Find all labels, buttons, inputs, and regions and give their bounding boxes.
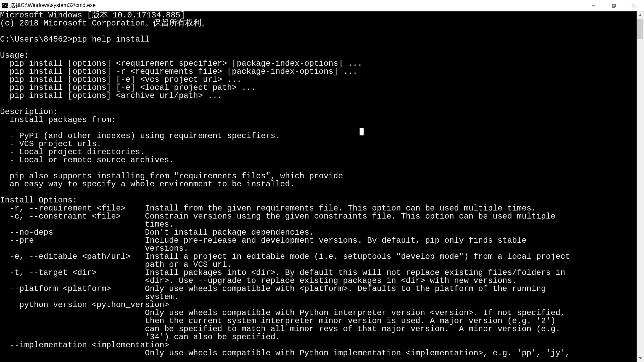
scroll-down-button[interactable] [637,355,644,362]
svg-text:C:\: C:\ [2,4,8,8]
terminal-line: pip install [options] -r <requirements f… [0,68,637,76]
terminal-line: -e, --editable <path/url> Install a proj… [0,253,637,261]
terminal-line: can be specified to match all minor revs… [0,325,637,333]
terminal-line: Install packages from: [0,116,637,124]
terminal-line: pip install [options] <requirement speci… [0,60,637,68]
window-title: 选择C:\Windows\system32\cmd.exe [10,2,96,9]
vertical-scrollbar[interactable] [637,11,644,362]
selection-cursor [360,128,364,135]
terminal-line [0,44,637,52]
svg-marker-8 [639,357,642,359]
cmd-icon: C:\ [1,3,8,8]
terminal-line: Install Options: [0,196,637,204]
terminal-line: --implementation <implementation> [0,341,637,349]
scroll-track[interactable] [637,19,644,355]
terminal-line [0,188,637,196]
terminal-line: (c) 2018 Microsoft Corporation。保留所有权利。 [0,19,637,27]
terminal-line: - PyPI (and other indexes) using require… [0,132,637,140]
terminal-line: Microsoft Windows [版本 10.0.17134.885] [0,11,637,19]
terminal-line: -c, --constraint <file> Constrain versio… [0,213,637,221]
terminal-line: --python-version <python_version> [0,301,637,309]
terminal-line: - VCS project urls. [0,140,637,148]
terminal-line: --pre Include pre-release and developmen… [0,237,637,245]
terminal-line: pip install [options] <archive url/path>… [0,92,637,100]
cmd-window: C:\ 选择C:\Windows\system32\cmd.exe [0,0,644,362]
terminal-line: an easy way to specify a whole environme… [0,180,637,188]
terminal-line: - Local project directories. [0,148,637,156]
terminal-line: versions. [0,245,637,253]
terminal-line: --platform <platform> Only use wheels co… [0,285,637,293]
terminal-line: - Local or remote source archives. [0,156,637,164]
svg-marker-7 [639,14,642,16]
terminal-line [0,27,637,36]
titlebar-left: C:\ 选择C:\Windows\system32\cmd.exe [0,2,96,9]
terminal-line: C:\Users\84562>pip help install [0,36,637,44]
terminal-output[interactable]: Microsoft Windows [版本 10.0.17134.885](c)… [0,11,637,362]
scroll-up-button[interactable] [637,11,644,19]
terminal-line: -t, --target <dir> Install packages into… [0,269,637,277]
terminal-line: Description: [0,108,637,116]
client-area: Microsoft Windows [版本 10.0.17134.885](c)… [0,11,644,362]
terminal-line: '34') can also be specified. [0,333,637,341]
titlebar[interactable]: C:\ 选择C:\Windows\system32\cmd.exe [0,0,644,11]
window-controls [584,0,644,11]
terminal-line [0,124,637,132]
minimize-button[interactable] [584,0,604,11]
terminal-line [0,164,637,172]
scroll-thumb[interactable] [637,19,643,39]
terminal-line: pip install [options] [-e] <vcs project … [0,76,637,84]
terminal-line: system. [0,293,637,301]
terminal-line [0,100,637,108]
terminal-line: times. [0,221,637,229]
terminal-line: Usage: [0,52,637,60]
terminal-line: pip install [options] [-e] <local projec… [0,84,637,92]
terminal-line: -r, --requirement <file> Install from th… [0,204,637,213]
maximize-button[interactable] [604,0,624,11]
terminal-line: <dir>. Use --upgrade to replace existing… [0,277,637,285]
terminal-line: Only use wheels compatible with Python i… [0,349,637,357]
terminal-line: then the current system interpreter mino… [0,317,637,325]
terminal-line: path or a VCS url. [0,261,637,269]
terminal-line: Only use wheels compatible with Python i… [0,309,637,317]
svg-rect-4 [613,4,615,7]
terminal-line: pip also supports installing from "requi… [0,172,637,180]
terminal-line: --no-deps Don't install package dependen… [0,229,637,237]
close-button[interactable] [624,0,644,11]
svg-rect-3 [612,5,615,7]
